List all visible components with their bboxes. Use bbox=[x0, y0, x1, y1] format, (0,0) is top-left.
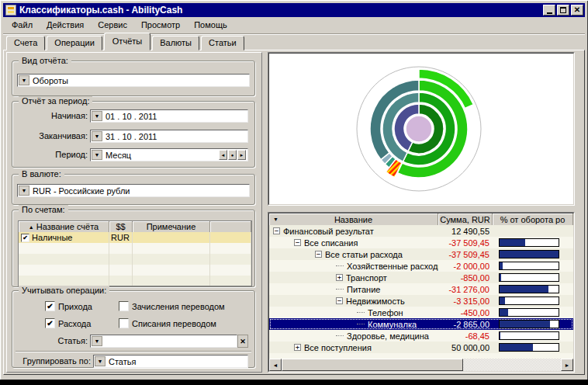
accounts-group: По счетам: ▲Название счёта$$Примечание✔Н… bbox=[12, 210, 255, 287]
report-row[interactable]: Хозяйственные расходы-2 000,00 bbox=[269, 260, 573, 272]
scrollbar-track[interactable] bbox=[463, 359, 561, 371]
article-combo[interactable]: ▼ bbox=[90, 335, 237, 348]
collapse-expander-icon[interactable]: − bbox=[315, 251, 322, 258]
percent-bar bbox=[499, 273, 559, 282]
end-date-field[interactable]: ▼ 31 . 10 . 2011 bbox=[90, 130, 248, 143]
scrollbar-thumb[interactable] bbox=[282, 359, 463, 371]
period-combo[interactable]: ▼ Месяц ◄ ● ► bbox=[90, 148, 248, 161]
report-row-sum-cell: 50 000,00 bbox=[438, 343, 493, 352]
report-row[interactable]: Телефон-450,00 bbox=[269, 307, 573, 318]
checkbox-checked[interactable]: ✔ bbox=[21, 234, 29, 242]
scroll-right-button[interactable]: ► bbox=[561, 359, 573, 371]
report-row-label: Хозяйственные расходы bbox=[347, 262, 438, 271]
account-empty-cell bbox=[19, 243, 109, 254]
column-header-name[interactable]: Название bbox=[269, 213, 438, 225]
dropdown-icon[interactable]: ▼ bbox=[92, 336, 102, 346]
account-empty-cell bbox=[19, 254, 109, 265]
report-kind-combo[interactable]: ▼ Обороты bbox=[17, 74, 250, 87]
accounts-column-header[interactable]: ▲Название счёта bbox=[19, 221, 109, 232]
turnover-sunburst-chart[interactable] bbox=[269, 54, 573, 204]
expand-expander-icon[interactable]: + bbox=[294, 344, 301, 351]
accounts-column-header[interactable]: Примечание bbox=[133, 221, 210, 232]
period-current-button[interactable]: ● bbox=[228, 150, 237, 160]
expand-expander-icon[interactable]: + bbox=[336, 274, 343, 281]
dropdown-icon[interactable]: ▼ bbox=[92, 111, 102, 121]
menu-item-1[interactable]: Действия bbox=[40, 19, 91, 32]
menu-item-2[interactable]: Сервис bbox=[91, 19, 134, 32]
tree-branch-line bbox=[336, 265, 344, 266]
period-label: Период: bbox=[12, 150, 88, 159]
checkbox-label: Расхода bbox=[58, 319, 91, 328]
collapse-expander-icon[interactable]: − bbox=[294, 239, 301, 246]
column-header-sum[interactable]: Сумма, RUR bbox=[438, 213, 493, 225]
operations-group: Учитывать операции: ✔ПриходаЗачисления п… bbox=[12, 290, 255, 368]
report-row[interactable]: Коммуналка-2 865,00 bbox=[269, 318, 573, 330]
dropdown-icon[interactable]: ▼ bbox=[19, 186, 29, 196]
report-row-percent-cell bbox=[493, 260, 573, 272]
sunburst-center[interactable] bbox=[406, 116, 432, 142]
start-date-field[interactable]: ▼ 01 . 10 . 2011 bbox=[90, 109, 248, 123]
report-row-percent-cell bbox=[493, 330, 573, 342]
report-row[interactable]: +Транспорт-850,00 bbox=[269, 272, 573, 283]
checkbox-label: Зачисления переводом bbox=[132, 302, 225, 311]
report-row-label: Здоровье, медицина bbox=[347, 331, 429, 341]
menu-item-3[interactable]: Просмотр bbox=[134, 19, 187, 32]
minimize-button[interactable] bbox=[543, 5, 555, 16]
tab-2[interactable]: Отчёты bbox=[104, 33, 150, 50]
dropdown-icon[interactable]: ▼ bbox=[92, 150, 102, 160]
account-empty-cell bbox=[19, 276, 109, 286]
dropdown-icon[interactable]: ▼ bbox=[92, 131, 102, 141]
accounts-column-header[interactable]: $$ bbox=[109, 221, 133, 232]
report-row-sum-cell: -2 865,00 bbox=[438, 320, 493, 329]
report-row[interactable]: +Все поступления50 000,00 bbox=[269, 342, 573, 353]
sort-asc-icon: ▲ bbox=[29, 224, 34, 230]
checkbox-unchecked[interactable] bbox=[119, 301, 129, 311]
report-row[interactable]: Питание-31 276,00 bbox=[269, 283, 573, 295]
percent-bar-fill bbox=[500, 239, 525, 246]
column-header-percent[interactable]: % от оборота ро bbox=[493, 213, 573, 225]
account-empty-cell bbox=[133, 276, 210, 286]
accounts-column-label: Примечание bbox=[147, 222, 196, 231]
report-row[interactable]: Здоровье, медицина-68,45 bbox=[269, 330, 573, 342]
tab-4[interactable]: Статьи bbox=[201, 36, 244, 50]
app-window: Классификаторы.cash - AbilityCash ✕ Файл… bbox=[0, 0, 588, 385]
collapse-expander-icon[interactable]: − bbox=[273, 227, 280, 234]
report-row-label: Финансовый результат bbox=[283, 227, 374, 236]
menu-item-0[interactable]: Файл bbox=[5, 19, 40, 32]
tab-0[interactable]: Счета bbox=[6, 36, 45, 50]
horizontal-scrollbar[interactable]: ◄ ► bbox=[269, 359, 573, 371]
report-row[interactable]: −Все статьи расхода-37 509,45 bbox=[269, 248, 573, 260]
article-clear-button[interactable]: ✕ bbox=[237, 335, 248, 348]
currency-combo[interactable]: ▼ RUR - Российские рубли bbox=[17, 184, 250, 197]
close-button[interactable]: ✕ bbox=[571, 5, 583, 16]
checkbox-checked[interactable]: ✔ bbox=[45, 318, 55, 328]
tree-filter-icon[interactable]: ▼ bbox=[273, 217, 278, 222]
account-row[interactable]: ✔НаличныеRUR bbox=[19, 232, 251, 243]
dropdown-icon[interactable]: ▼ bbox=[95, 356, 105, 366]
percent-bar-fill bbox=[500, 251, 559, 258]
maximize-button[interactable] bbox=[557, 5, 569, 16]
accounts-group-label: По счетам: bbox=[19, 205, 68, 214]
report-row-label: Коммуналка bbox=[368, 320, 417, 329]
percent-bar-fill bbox=[500, 344, 533, 351]
tab-1[interactable]: Операции bbox=[47, 36, 102, 50]
dropdown-icon[interactable]: ▼ bbox=[19, 75, 29, 85]
period-prev-button[interactable]: ◄ bbox=[219, 150, 227, 160]
accounts-header-row: ▲Название счёта$$Примечание bbox=[19, 221, 251, 232]
operation-checkbox-row: Списания переводом bbox=[119, 318, 216, 328]
collapse-expander-icon[interactable]: − bbox=[336, 297, 343, 304]
group-separator bbox=[16, 351, 251, 352]
clear-icon: ✕ bbox=[240, 338, 246, 345]
report-kind-group: Вид отчёта: ▼ Обороты bbox=[12, 61, 255, 96]
scroll-left-button[interactable]: ◄ bbox=[269, 359, 282, 371]
article-label: Статья: bbox=[12, 336, 88, 345]
group-by-combo[interactable]: ▼ Статья bbox=[93, 355, 248, 368]
report-row[interactable]: −Финансовый результат12 490,55 bbox=[269, 225, 573, 237]
checkbox-checked[interactable]: ✔ bbox=[45, 301, 55, 311]
report-row[interactable]: −Все списания-37 509,45 bbox=[269, 237, 573, 248]
report-row[interactable]: −Недвижимость-3 315,00 bbox=[269, 295, 573, 307]
menu-item-4[interactable]: Помощь bbox=[187, 19, 234, 32]
checkbox-unchecked[interactable] bbox=[119, 318, 129, 328]
tab-3[interactable]: Валюты bbox=[152, 36, 199, 50]
period-next-button[interactable]: ► bbox=[237, 150, 246, 160]
